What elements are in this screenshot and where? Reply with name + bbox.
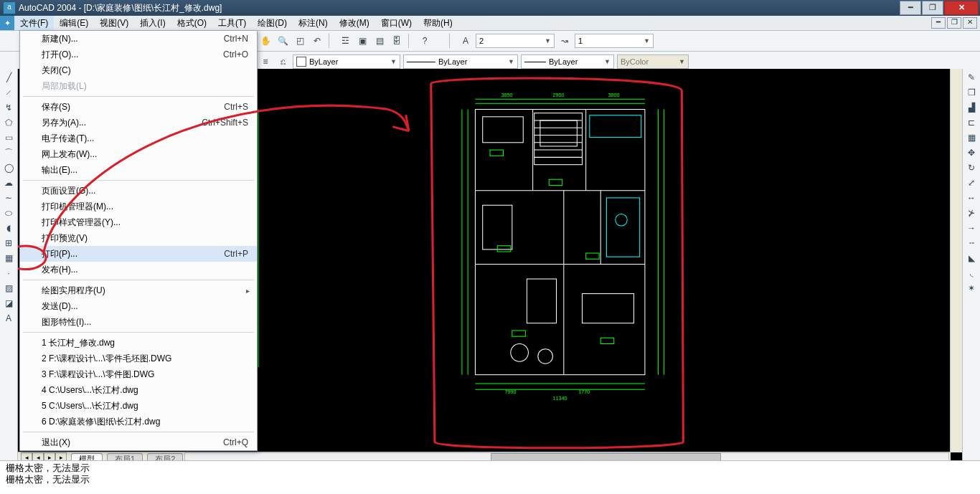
mtext-icon[interactable]: A <box>1 311 16 326</box>
dimstyle-icon[interactable]: A <box>458 34 473 48</box>
extend-icon[interactable]: → <box>964 221 979 235</box>
svg-rect-63 <box>534 113 583 165</box>
menu-drawing-utilities[interactable]: 绘图实用程序(U) <box>20 282 257 298</box>
rotate-icon[interactable]: ↻ <box>964 161 979 175</box>
menu-print-preview[interactable]: 打印预览(V) <box>20 230 257 246</box>
help-icon[interactable]: ? <box>418 34 432 48</box>
linetype-control[interactable]: ByLayer▼ <box>403 54 518 69</box>
circle-icon[interactable]: ◯ <box>1 161 16 175</box>
dim-scale-select[interactable]: 2▼ <box>476 34 555 48</box>
menu-insert[interactable]: 插入(I) <box>134 16 171 30</box>
menu-etransmit[interactable]: 电子传递(T)... <box>20 130 257 146</box>
zoom-previous-icon[interactable]: ↶ <box>310 34 324 48</box>
offset-icon[interactable]: ⊏ <box>964 115 979 130</box>
ellipsearc-icon[interactable]: ◖ <box>1 221 16 235</box>
menu-publish-web[interactable]: 网上发布(W)... <box>20 146 257 162</box>
svg-text:3850: 3850 <box>501 92 512 98</box>
menu-recent-6[interactable]: 6 D:\家庭装修\图纸\长江村.dwg <box>20 414 257 429</box>
menu-pagesetup[interactable]: 页面设置(G)... <box>20 183 257 199</box>
trim-icon[interactable]: ⊁ <box>964 206 979 220</box>
zoom-window-icon[interactable]: ◰ <box>293 34 307 48</box>
move-icon[interactable]: ✥ <box>964 146 979 160</box>
menu-drawing-properties[interactable]: 图形特性(I)... <box>20 314 257 330</box>
erase-icon[interactable]: ✎ <box>964 70 979 85</box>
close-button[interactable]: ✕ <box>944 1 979 15</box>
polygon-icon[interactable]: ⬠ <box>1 115 16 130</box>
layer-icon[interactable]: ≡ <box>258 54 273 69</box>
menu-send[interactable]: 发送(D)... <box>20 298 257 314</box>
menu-window[interactable]: 窗口(W) <box>375 16 418 30</box>
svg-rect-58 <box>483 205 512 250</box>
menu-view[interactable]: 视图(V) <box>94 16 134 30</box>
ltscale-select[interactable]: 1▼ <box>575 34 654 48</box>
revcloud-icon[interactable]: ☁ <box>1 176 16 190</box>
menu-recent-1[interactable]: 1 长江村_修改.dwg <box>20 335 257 351</box>
menu-save[interactable]: 保存(S)Ctrl+S <box>20 99 257 115</box>
arc-icon[interactable]: ⌒ <box>1 146 16 160</box>
toolpalettes-icon[interactable]: ▤ <box>372 34 387 48</box>
lineweight-sample <box>524 62 546 62</box>
lineweight-control[interactable]: ByLayer▼ <box>521 54 614 69</box>
chamfer-icon[interactable]: ◣ <box>964 251 979 265</box>
block-icon[interactable]: ▦ <box>1 251 16 265</box>
copy-icon[interactable]: ❐ <box>964 85 979 100</box>
minimize-button[interactable]: ━ <box>900 1 921 15</box>
break-icon[interactable]: ╌ <box>964 236 979 250</box>
mdi-minimize-button[interactable]: ━ <box>931 17 946 29</box>
scale-icon[interactable]: ⤢ <box>964 176 979 190</box>
rectangle-icon[interactable]: ▭ <box>1 130 16 145</box>
maximize-button[interactable]: ❐ <box>922 1 943 15</box>
explode-icon[interactable]: ✶ <box>964 281 979 295</box>
menu-tools[interactable]: 工具(T) <box>212 16 252 30</box>
menu-close-file[interactable]: 关闭(C) <box>20 62 257 78</box>
menu-modify[interactable]: 修改(M) <box>334 16 375 30</box>
menu-publish[interactable]: 发布(H)... <box>20 262 257 277</box>
mdi-close-button[interactable]: ✕ <box>963 17 977 29</box>
menu-recent-4[interactable]: 4 C:\Users\...\长江村.dwg <box>20 382 257 398</box>
line-icon[interactable]: ╱ <box>1 70 16 85</box>
svg-rect-60 <box>583 294 634 323</box>
menu-recent-2[interactable]: 2 F:\课程设计\...\零件毛坯图.DWG <box>20 351 257 366</box>
menu-recent-3[interactable]: 3 F:\课程设计\...\零件图.DWG <box>20 366 257 382</box>
menu-open[interactable]: 打开(O)...Ctrl+O <box>20 47 257 62</box>
region-icon[interactable]: ◪ <box>1 296 16 310</box>
color-control[interactable]: ByLayer▼ <box>293 54 400 69</box>
command-line[interactable]: 栅格太密，无法显示 栅格太密，无法显示 <box>0 460 980 494</box>
insert-icon[interactable]: ⊞ <box>1 236 16 250</box>
fillet-icon[interactable]: ◟ <box>964 266 979 280</box>
menu-exit[interactable]: 退出(X)Ctrl+Q <box>20 434 257 450</box>
menu-plotter-manager[interactable]: 打印机管理器(M)... <box>20 199 257 214</box>
spline-icon[interactable]: ∼ <box>1 191 16 205</box>
layerprev-icon[interactable]: ⎌ <box>275 54 290 69</box>
ltscale-icon[interactable]: ↝ <box>557 34 572 48</box>
mdi-restore-button[interactable]: ❐ <box>947 17 961 29</box>
properties-icon[interactable]: ☲ <box>338 34 352 48</box>
xline-icon[interactable]: ⟋ <box>1 85 16 100</box>
menu-format[interactable]: 格式(O) <box>171 16 212 30</box>
stretch-icon[interactable]: ↔ <box>964 191 979 205</box>
point-icon[interactable]: · <box>1 266 16 280</box>
designcenter-icon[interactable]: ▣ <box>355 34 369 48</box>
menu-dim[interactable]: 标注(N) <box>293 16 334 30</box>
svg-text:11340: 11340 <box>552 395 567 402</box>
menu-new[interactable]: 新建(N)...Ctrl+N <box>20 31 257 47</box>
mirror-icon[interactable]: ▟ <box>964 100 979 115</box>
zoom-realtime-icon[interactable]: 🔍 <box>275 34 290 48</box>
menu-file[interactable]: 文件(F) <box>14 16 54 30</box>
menu-plotstyle-manager[interactable]: 打印样式管理器(Y)... <box>20 214 257 230</box>
array-icon[interactable]: ▦ <box>964 130 979 145</box>
dbconnect-icon[interactable]: 🗄 <box>390 34 404 48</box>
pan-icon[interactable]: ✋ <box>258 34 273 48</box>
ellipse-icon[interactable]: ⬭ <box>1 206 16 220</box>
menu-print[interactable]: 打印(P)...Ctrl+P <box>20 246 257 262</box>
menu-help[interactable]: 帮助(H) <box>418 16 458 30</box>
menu-draw[interactable]: 绘图(D) <box>252 16 293 30</box>
menu-export[interactable]: 输出(E)... <box>20 162 257 178</box>
vertical-scrollbar[interactable] <box>950 69 962 452</box>
menu-edit[interactable]: 编辑(E) <box>54 16 94 30</box>
menu-saveas[interactable]: 另存为(A)...Ctrl+Shift+S <box>20 115 257 130</box>
pline-icon[interactable]: ↯ <box>1 100 16 115</box>
menu-recent-5[interactable]: 5 C:\Users\...\长江村.dwg <box>20 398 257 414</box>
menubar-icon[interactable]: ✦ <box>0 16 14 30</box>
hatch-icon[interactable]: ▨ <box>1 281 16 295</box>
